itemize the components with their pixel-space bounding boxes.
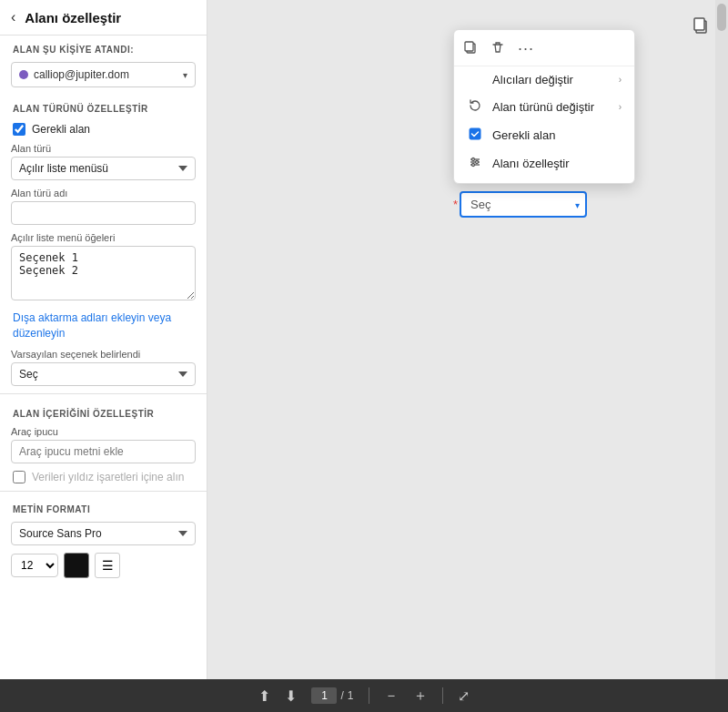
canvas-copy-icon[interactable] [692,16,710,37]
refresh-icon [467,99,483,115]
menu-items-label: Açılır liste menü öğeleri [11,232,196,243]
next-page-icon[interactable]: ⬇ [285,687,297,705]
font-size-select[interactable]: 12 [11,554,58,577]
required-star: * [453,198,458,211]
field-type-group: Alan türü Açılır liste menüsü [11,143,196,180]
default-select-group: Varsayılan seçenek belirlendi Seç [11,349,196,386]
scroll-thumb[interactable] [717,4,726,31]
svg-rect-3 [465,42,473,51]
canvas-select[interactable]: Seç [460,191,587,218]
field-type-name-group: Alan türü adı Açılır Liste 1 [11,188,196,225]
arrow-icon-field-type: › [619,102,622,112]
dropdown-item-customize[interactable]: Alanı özelleştir [454,149,634,178]
divider-1 [0,393,207,394]
field-type-section-label: ALAN TÜRÜNÜ ÖZELLEŞTİR [0,95,207,117]
back-button[interactable]: ‹ [11,9,15,25]
required-checkbox-row: Gerekli alan [13,123,194,136]
dropdown-item-change-field-type[interactable]: Alan türünü değiştir › [454,93,634,121]
star-checkbox-row: Verileri yıldız işaretleri içine alın [13,471,194,483]
canvas-area: ··· Alıcıları değiştir › Alan türünü değ… [207,0,728,679]
default-select[interactable]: Seç [11,362,196,386]
zoom-in-icon[interactable]: ＋ [413,687,428,706]
required-label: Gerekli alan [32,123,90,136]
canvas-field-preview: * Seç ▾ [453,191,587,218]
zoom-out-icon[interactable]: － [384,687,399,706]
user-dot-icon [19,70,28,79]
assigned-user-email: calliop@jupiter.dom [34,68,183,81]
tooltip-label: Araç ipucu [11,426,196,437]
field-type-name-input[interactable]: Açılır Liste 1 [11,201,196,225]
page-total: 1 [348,689,354,702]
menu-items-group: Açılır liste menü öğeleri Seçenek 1 Seçe… [11,232,196,303]
font-select-group: Source Sans Pro [11,522,196,545]
required-checkbox[interactable] [13,123,25,136]
assigned-section-label: ALAN ŞU KİŞİYE ATANDI: [0,36,207,58]
export-link[interactable]: Dışa aktarma adları ekleyin veya düzenle… [13,310,194,341]
fit-page-icon[interactable]: ⤢ [458,687,470,705]
align-icon[interactable]: ☰ [95,553,120,578]
tooltip-input[interactable] [11,440,196,463]
canvas-select-wrapper: Seç ▾ [460,191,587,218]
font-select[interactable]: Source Sans Pro [11,522,196,545]
panel-title: Alanı özelleştir [25,10,121,25]
bottom-bar: ⬆ ⬇ / 1 － ＋ ⤢ [0,679,728,712]
bottom-separator-2 [442,687,443,704]
chevron-down-icon: ▾ [183,70,187,80]
panel-header: ‹ Alanı özelleştir [0,0,207,36]
dropdown-menu: ··· Alıcıları değiştir › Alan türünü değ… [453,29,635,184]
menu-items-textarea[interactable]: Seçenek 1 Seçenek 2 [11,246,196,300]
default-select-label: Varsayılan seçenek belirlendi [11,349,196,360]
svg-point-10 [472,164,475,167]
required-field-label: Gerekli alan [492,128,622,142]
svg-rect-1 [694,18,704,30]
more-icon[interactable]: ··· [518,39,534,58]
copy-icon[interactable] [463,40,478,57]
bottom-separator-1 [369,687,369,704]
checkbox-icon [467,127,483,143]
format-section-label: METİN FORMATI [0,497,207,518]
assigned-user-dropdown[interactable]: calliop@jupiter.dom ▾ [11,62,196,87]
star-checkbox-label: Verileri yıldız işaretleri içine alın [32,471,184,483]
dropdown-toolbar: ··· [454,36,634,66]
arrow-icon-recipients: › [619,75,622,85]
svg-point-8 [472,158,475,161]
dropdown-item-required[interactable]: Gerekli alan [454,121,634,149]
prev-page-icon[interactable]: ⬆ [258,687,270,705]
trash-icon[interactable] [490,40,505,57]
color-picker[interactable] [64,553,89,578]
content-section-label: ALAN İÇERİĞİNİ ÖZELLEŞTİR [0,400,207,422]
field-type-name-label: Alan türü adı [11,188,196,198]
dropdown-item-change-recipients[interactable]: Alıcıları değiştir › [454,66,634,93]
font-size-row: 12 ☰ [11,553,196,578]
field-type-select[interactable]: Açılır liste menüsü [11,157,196,180]
divider-2 [0,491,207,492]
page-separator: / [340,689,343,702]
page-indicator: / 1 [311,687,353,704]
customize-field-label: Alanı özelleştir [492,157,622,170]
tooltip-group: Araç ipucu [11,426,196,463]
field-type-label: Alan türü [11,143,196,154]
left-panel: ‹ Alanı özelleştir ALAN ŞU KİŞİYE ATANDI… [0,0,207,679]
page-input[interactable] [311,687,337,704]
star-checkbox[interactable] [13,471,25,483]
vertical-scrollbar[interactable] [715,0,728,679]
sliders-icon [467,156,483,171]
change-field-type-label: Alan türünü değiştir [492,100,610,114]
svg-point-9 [476,161,479,164]
change-recipients-label: Alıcıları değiştir [492,73,610,86]
